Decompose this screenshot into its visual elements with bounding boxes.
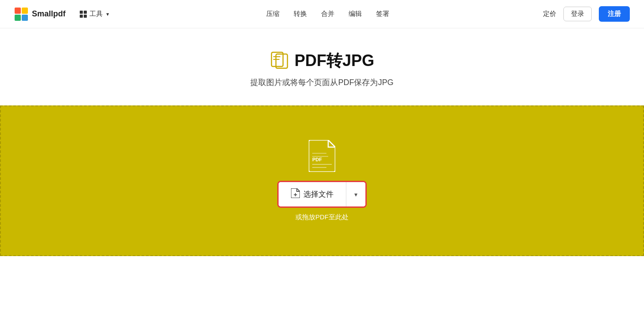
- svg-rect-1: [22, 8, 28, 14]
- nav-compress[interactable]: 压缩: [266, 10, 279, 18]
- choose-file-button[interactable]: 选择文件: [279, 182, 346, 206]
- chevron-down-icon: ▾: [354, 191, 357, 198]
- tools-chevron-icon: ▾: [106, 11, 109, 17]
- tools-menu[interactable]: 工具 ▾: [76, 7, 113, 21]
- choose-file-container: 选择文件 ▾ 或拖放PDF至此处: [277, 181, 367, 222]
- pdf-file-icon: PDF: [309, 140, 335, 172]
- header-right: 定价 登录 注册: [543, 6, 630, 22]
- nav-edit[interactable]: 编辑: [349, 10, 362, 18]
- drop-zone[interactable]: PDF: [0, 105, 644, 256]
- choose-file-dropdown-button[interactable]: ▾: [346, 182, 365, 206]
- page-title: PDF转JPG: [295, 50, 374, 72]
- svg-text:PDF: PDF: [312, 157, 322, 162]
- site-header: Smallpdf 工具 ▾ 压缩 转换 合并 编辑 签署 定价 登录 注册: [0, 0, 644, 28]
- nav-convert[interactable]: 转换: [294, 10, 307, 18]
- header-left: Smallpdf 工具 ▾: [14, 7, 113, 21]
- register-button[interactable]: 注册: [599, 6, 630, 22]
- tools-label: 工具: [89, 10, 103, 18]
- nav-merge[interactable]: 合并: [321, 10, 334, 18]
- upload-icon: [291, 188, 300, 200]
- svg-rect-2: [15, 15, 21, 21]
- logo-text: Smallpdf: [32, 9, 66, 19]
- main-nav: 压缩 转换 合并 编辑 签署: [266, 10, 389, 18]
- choose-file-label: 选择文件: [303, 189, 334, 199]
- drop-hint-text: 或拖放PDF至此处: [295, 213, 349, 222]
- logo-link[interactable]: Smallpdf: [14, 7, 66, 21]
- choose-file-button-wrapper: 选择文件 ▾: [277, 181, 367, 208]
- svg-rect-0: [15, 8, 21, 14]
- title-row: PDF转JPG: [270, 50, 374, 72]
- page-subtitle: 提取图片或将每个页面从PDF保存为JPG: [250, 77, 393, 88]
- nav-sign[interactable]: 签署: [376, 10, 389, 18]
- pricing-link[interactable]: 定价: [543, 10, 556, 18]
- svg-rect-3: [22, 15, 28, 21]
- title-area: PDF转JPG 提取图片或将每个页面从PDF保存为JPG: [250, 50, 393, 88]
- pdf-to-jpg-icon: [270, 50, 289, 72]
- grid-icon: [80, 11, 87, 18]
- smallpdf-logo-icon: [14, 7, 28, 21]
- main-content: PDF转JPG 提取图片或将每个页面从PDF保存为JPG PDF: [0, 28, 644, 256]
- login-button[interactable]: 登录: [563, 7, 592, 21]
